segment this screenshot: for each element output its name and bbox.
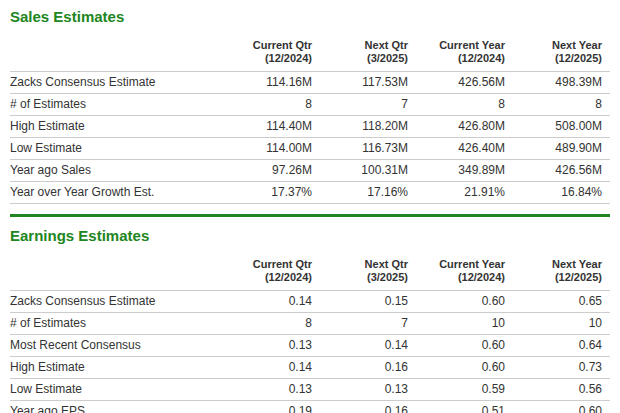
table-row: Low Estimate 114.00M 116.73M 426.40M 489…	[10, 138, 610, 160]
cell-value: 0.64	[505, 335, 610, 357]
cell-value: 489.90M	[505, 138, 610, 160]
cell-value: 0.60	[408, 335, 505, 357]
cell-value: 498.39M	[505, 72, 610, 94]
cell-value: 426.80M	[408, 116, 505, 138]
cell-value: 0.16	[312, 401, 408, 413]
cell-value: 114.00M	[216, 138, 312, 160]
table-row: # of Estimates 8 7 8 8	[10, 94, 610, 116]
section-title-earnings: Earnings Estimates	[10, 227, 610, 245]
table-row: Most Recent Consensus 0.13 0.14 0.60 0.6…	[10, 335, 610, 357]
cell-value: 100.31M	[312, 160, 408, 182]
row-label: Low Estimate	[10, 138, 216, 160]
cell-value: 0.16	[312, 357, 408, 379]
cell-value: 0.60	[505, 401, 610, 413]
table-row: Year ago EPS 0.19 0.16 0.51 0.60	[10, 401, 610, 413]
cell-value: 0.13	[312, 379, 408, 401]
cell-value: 0.73	[505, 357, 610, 379]
earnings-estimates-table: Current Qtr (12/2024) Next Qtr (3/2025) …	[10, 254, 610, 413]
cell-value: 16.84%	[505, 182, 610, 204]
column-header-current-year: Current Year (12/2024)	[408, 254, 505, 291]
cell-value: 116.73M	[312, 138, 408, 160]
cell-value: 0.14	[216, 291, 312, 313]
cell-value: 8	[408, 94, 505, 116]
cell-value: 0.13	[216, 379, 312, 401]
row-label: Year ago Sales	[10, 160, 216, 182]
cell-value: 0.65	[505, 291, 610, 313]
cell-value: 0.60	[408, 291, 505, 313]
cell-value: 117.53M	[312, 72, 408, 94]
column-header-empty	[10, 254, 216, 291]
table-header-row: Current Qtr (12/2024) Next Qtr (3/2025) …	[10, 35, 610, 72]
cell-value: 97.26M	[216, 160, 312, 182]
cell-value: 426.56M	[408, 72, 505, 94]
column-header-current-year: Current Year (12/2024)	[408, 35, 505, 72]
section-divider	[10, 214, 610, 217]
table-row: Year ago Sales 97.26M 100.31M 349.89M 42…	[10, 160, 610, 182]
cell-value: 426.40M	[408, 138, 505, 160]
table-row: Low Estimate 0.13 0.13 0.59 0.56	[10, 379, 610, 401]
cell-value: 0.51	[408, 401, 505, 413]
earnings-estimates-section: Earnings Estimates Current Qtr (12/2024)…	[10, 227, 610, 413]
table-row: Year over Year Growth Est. 17.37% 17.16%…	[10, 182, 610, 204]
row-label: Low Estimate	[10, 379, 216, 401]
table-row: Zacks Consensus Estimate 114.16M 117.53M…	[10, 72, 610, 94]
table-row: High Estimate 0.14 0.16 0.60 0.73	[10, 357, 610, 379]
cell-value: 0.15	[312, 291, 408, 313]
cell-value: 21.91%	[408, 182, 505, 204]
row-label: # of Estimates	[10, 313, 216, 335]
estimates-page: Sales Estimates Current Qtr (12/2024) Ne…	[0, 0, 620, 413]
row-label: Most Recent Consensus	[10, 335, 216, 357]
cell-value: 8	[216, 94, 312, 116]
section-title-sales: Sales Estimates	[10, 8, 610, 26]
cell-value: 17.37%	[216, 182, 312, 204]
row-label: # of Estimates	[10, 94, 216, 116]
cell-value: 0.14	[312, 335, 408, 357]
table-row: High Estimate 114.40M 118.20M 426.80M 50…	[10, 116, 610, 138]
cell-value: 8	[216, 313, 312, 335]
row-label: High Estimate	[10, 116, 216, 138]
cell-value: 0.19	[216, 401, 312, 413]
column-header-empty	[10, 35, 216, 72]
row-label: Zacks Consensus Estimate	[10, 72, 216, 94]
cell-value: 118.20M	[312, 116, 408, 138]
cell-value: 10	[505, 313, 610, 335]
column-header-next-year: Next Year (12/2025)	[505, 254, 610, 291]
row-label: High Estimate	[10, 357, 216, 379]
column-header-next-year: Next Year (12/2025)	[505, 35, 610, 72]
table-row: Zacks Consensus Estimate 0.14 0.15 0.60 …	[10, 291, 610, 313]
cell-value: 17.16%	[312, 182, 408, 204]
sales-estimates-table: Current Qtr (12/2024) Next Qtr (3/2025) …	[10, 35, 610, 204]
row-label: Year over Year Growth Est.	[10, 182, 216, 204]
cell-value: 0.13	[216, 335, 312, 357]
cell-value: 7	[312, 94, 408, 116]
cell-value: 0.60	[408, 357, 505, 379]
column-header-next-qtr: Next Qtr (3/2025)	[312, 254, 408, 291]
cell-value: 349.89M	[408, 160, 505, 182]
cell-value: 0.56	[505, 379, 610, 401]
table-row: # of Estimates 8 7 10 10	[10, 313, 610, 335]
cell-value: 10	[408, 313, 505, 335]
cell-value: 508.00M	[505, 116, 610, 138]
column-header-current-qtr: Current Qtr (12/2024)	[216, 254, 312, 291]
column-header-current-qtr: Current Qtr (12/2024)	[216, 35, 312, 72]
row-label: Zacks Consensus Estimate	[10, 291, 216, 313]
cell-value: 426.56M	[505, 160, 610, 182]
cell-value: 114.16M	[216, 72, 312, 94]
table-header-row: Current Qtr (12/2024) Next Qtr (3/2025) …	[10, 254, 610, 291]
cell-value: 7	[312, 313, 408, 335]
column-header-next-qtr: Next Qtr (3/2025)	[312, 35, 408, 72]
cell-value: 114.40M	[216, 116, 312, 138]
cell-value: 0.14	[216, 357, 312, 379]
row-label: Year ago EPS	[10, 401, 216, 413]
sales-estimates-section: Sales Estimates Current Qtr (12/2024) Ne…	[10, 8, 610, 204]
cell-value: 0.59	[408, 379, 505, 401]
cell-value: 8	[505, 94, 610, 116]
